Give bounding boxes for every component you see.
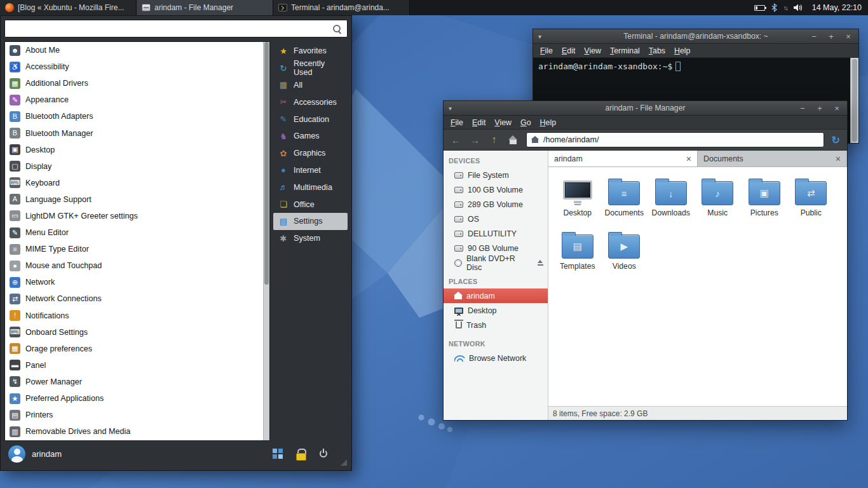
app-list-scrollbar[interactable]	[263, 42, 269, 440]
menu-app-preferred-applications[interactable]: ★Preferred Applications	[5, 390, 262, 407]
menu-app-language-support[interactable]: ALanguage Support	[5, 191, 262, 208]
filemanager-menu-view[interactable]: View	[490, 116, 516, 129]
category-accessories[interactable]: ✂Accessories	[273, 93, 348, 111]
resize-grip[interactable]	[341, 459, 347, 466]
sidebar-item-trash[interactable]: Trash	[444, 318, 548, 332]
category-office[interactable]: ❏Office	[273, 196, 348, 213]
sidebar-item-blank-dvd-r-disc[interactable]: Blank DVD+R Disc	[444, 255, 548, 270]
clock[interactable]: 14 May, 22:10	[810, 3, 862, 12]
menu-app-orage-preferences[interactable]: ▦Orage preferences	[5, 341, 262, 357]
scrollbar-thumb[interactable]	[264, 42, 269, 285]
path-entry[interactable]: /home/arindam/	[526, 132, 824, 147]
sidebar-item-289-gb-volume[interactable]: 289 GB Volume	[444, 197, 548, 212]
forward-button[interactable]: →	[466, 132, 484, 148]
scrollbar-thumb[interactable]	[852, 59, 857, 142]
bluetooth-indicator[interactable]	[771, 3, 777, 12]
sidebar-item-browse-network[interactable]: Browse Network	[444, 351, 548, 365]
tab-close-icon[interactable]: ×	[836, 154, 841, 163]
menu-app-onboard-settings[interactable]: ⌨Onboard Settings	[5, 324, 262, 341]
terminal-titlebar[interactable]: ▾ Terminal - arindam@arindam-xsandbox: ~…	[533, 29, 858, 44]
menu-app-notifications[interactable]: !Notifications	[5, 308, 262, 324]
maximize-button[interactable]: +	[816, 104, 824, 112]
sidebar-item-file-system[interactable]: File System	[444, 168, 548, 182]
sidebar-item-desktop[interactable]: Desktop	[444, 303, 548, 318]
filemanager-menu-file[interactable]: File	[446, 116, 468, 129]
menu-app-lightdm-gtk-greeter-settings[interactable]: ▭LightDM GTK+ Greeter settings	[5, 208, 262, 224]
menu-app-network[interactable]: ⊕Network	[5, 274, 262, 290]
file-downloads[interactable]: ↓Downloads	[648, 177, 695, 231]
file-manager-titlebar[interactable]: ▾ arindam - File Manager − + ×	[444, 101, 847, 116]
sidebar-item-dellutility[interactable]: DELLUTILITY	[444, 226, 548, 241]
tab-close-icon[interactable]: ×	[686, 154, 691, 163]
menu-app-panel[interactable]: ▬Panel	[5, 357, 262, 374]
menu-app-desktop[interactable]: ▣Desktop	[5, 142, 262, 158]
all-settings-button[interactable]	[269, 445, 287, 463]
category-games[interactable]: ♞Games	[273, 128, 348, 145]
sidebar-item-100-gb-volume[interactable]: 100 GB Volume	[444, 182, 548, 197]
menu-app-accessibility[interactable]: ♿Accessibility	[5, 58, 262, 75]
menu-app-menu-editor[interactable]: ✎Menu Editor	[5, 224, 262, 241]
terminal-menu-edit[interactable]: Edit	[557, 44, 580, 57]
category-education[interactable]: ✎Education	[273, 111, 348, 128]
category-internet[interactable]: ●Internet	[273, 162, 348, 179]
close-button[interactable]: ×	[833, 104, 841, 112]
home-button[interactable]	[505, 132, 522, 148]
menu-app-network-connections[interactable]: ⇄Network Connections	[5, 290, 262, 307]
logout-button[interactable]	[315, 445, 332, 463]
file-public[interactable]: ⇄Public	[788, 177, 835, 231]
menu-app-additional-drivers[interactable]: ▦Additional Drivers	[5, 75, 262, 92]
filemanager-menu-go[interactable]: Go	[516, 116, 536, 129]
icon-view[interactable]: Desktop≡Documents↓Downloads♪Music▣Pictur…	[548, 167, 847, 406]
lock-screen-button[interactable]	[292, 445, 309, 463]
taskbar-button-arindam-file-manager[interactable]: arindam - File Manager	[137, 0, 273, 15]
menu-app-appearance[interactable]: ✎Appearance	[5, 92, 262, 108]
menu-app-mouse-and-touchpad[interactable]: ●Mouse and Touchpad	[5, 257, 262, 274]
window-menu-icon[interactable]: ▾	[449, 105, 452, 112]
menu-app-removable-drives-and-media[interactable]: ▥Removable Drives and Media	[5, 423, 262, 440]
category-recently-used[interactable]: ↻Recently Used	[273, 60, 348, 77]
up-button[interactable]: ↑	[485, 132, 503, 148]
minimize-button[interactable]: −	[799, 104, 806, 112]
close-button[interactable]: ×	[844, 32, 852, 41]
back-button[interactable]: ←	[447, 132, 465, 148]
menu-app-power-manager[interactable]: ↯Power Manager	[5, 374, 262, 390]
volume-indicator[interactable]	[794, 4, 803, 11]
category-all[interactable]: ▦All	[273, 77, 348, 94]
terminal-menu-terminal[interactable]: Terminal	[606, 44, 644, 57]
filemanager-menu-help[interactable]: Help	[536, 116, 561, 129]
menu-app-keyboard[interactable]: ⌨Keyboard	[5, 175, 262, 191]
menu-app-about-me[interactable]: ☻About Me	[5, 42, 262, 58]
category-settings[interactable]: ▤Settings	[273, 213, 348, 230]
terminal-menu-help[interactable]: Help	[670, 44, 695, 57]
filemanager-menu-edit[interactable]: Edit	[468, 116, 490, 129]
minimize-button[interactable]: −	[810, 32, 818, 41]
terminal-scrollbar[interactable]	[850, 58, 858, 143]
file-desktop[interactable]: Desktop	[554, 177, 601, 231]
terminal-menu-file[interactable]: File	[536, 44, 557, 57]
search-input[interactable]	[5, 24, 332, 34]
terminal-menu-tabs[interactable]: Tabs	[644, 44, 670, 57]
maximize-button[interactable]: +	[827, 32, 835, 41]
menu-app-bluetooth-manager[interactable]: BBluetooth Manager	[5, 125, 262, 141]
taskbar-button-terminal-arindam-arinda[interactable]: Terminal - arindam@arinda...	[273, 0, 410, 15]
window-menu-icon[interactable]: ▾	[538, 33, 541, 40]
tab-documents[interactable]: Documents×	[698, 151, 847, 166]
terminal-menu-view[interactable]: View	[580, 44, 606, 57]
menu-app-printers[interactable]: ▤Printers	[5, 407, 262, 423]
refresh-button[interactable]: ↻	[832, 134, 840, 146]
file-pictures[interactable]: ▣Pictures	[741, 177, 788, 231]
eject-icon[interactable]	[537, 260, 544, 266]
tab-arindam[interactable]: arindam×	[548, 151, 698, 166]
sidebar-item-arindam[interactable]: arindam	[444, 288, 548, 303]
sidebar-item-os[interactable]: OS	[444, 212, 548, 226]
taskbar-button-blog-xubuntu-mozilla-fire[interactable]: [Blog « Xubuntu - Mozilla Fire...	[0, 0, 137, 15]
menu-app-display[interactable]: ▢Display	[5, 158, 262, 175]
category-multimedia[interactable]: ♬Multimedia	[273, 179, 348, 196]
network-indicator[interactable]: ↑↓	[783, 4, 787, 11]
file-templates[interactable]: ▤Templates	[554, 231, 601, 284]
battery-indicator[interactable]	[754, 5, 765, 11]
category-system[interactable]: ✱System	[273, 230, 348, 247]
menu-app-bluetooth-adapters[interactable]: BBluetooth Adapters	[5, 108, 262, 125]
file-documents[interactable]: ≡Documents	[601, 177, 648, 231]
category-graphics[interactable]: ✿Graphics	[273, 145, 348, 162]
